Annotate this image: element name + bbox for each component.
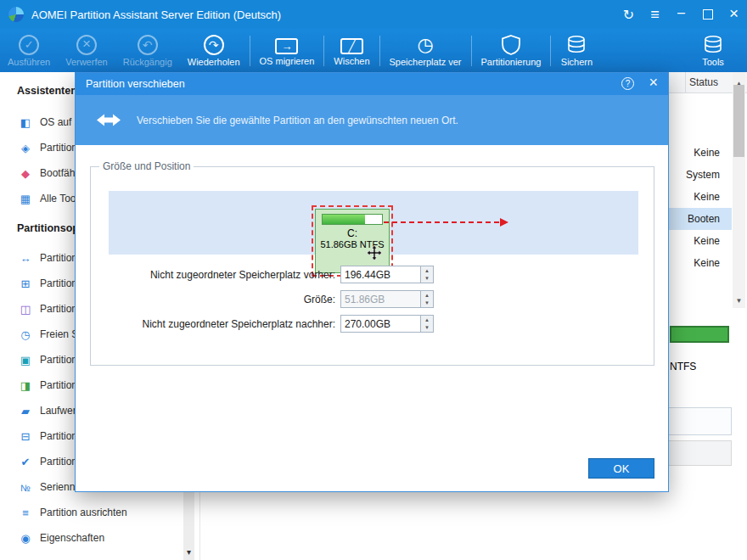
disk-map-partition-bar[interactable] [670, 326, 729, 343]
sidebar-item-label: Alle Tool [40, 193, 78, 204]
scroll-down-icon[interactable] [183, 543, 194, 558]
align-icon [19, 507, 32, 518]
app-logo-icon [8, 7, 24, 22]
bootable-media-icon [19, 168, 32, 179]
drag-direction-arrow [384, 218, 508, 227]
discard-button[interactable]: Verwerfen [58, 29, 115, 72]
help-icon[interactable] [621, 77, 634, 90]
space-before-input[interactable] [341, 266, 420, 283]
backup-disks-icon [566, 34, 587, 55]
wipe-disk-icon [340, 38, 363, 54]
sidebar-item-align-partition[interactable]: Partition ausrichten [0, 500, 199, 525]
discard-icon [76, 35, 97, 55]
sidebar-item-label: Partition [40, 354, 77, 366]
table-scrollbar-thumb[interactable] [733, 85, 744, 157]
sidebar-item-label: Partition [40, 379, 77, 391]
status-cell[interactable]: Keine [694, 147, 720, 159]
delete-icon [19, 431, 32, 442]
toolbar-separator [471, 36, 472, 66]
size-input-wrap [340, 290, 434, 308]
groupbox-title: Größe und Position [99, 160, 194, 172]
close-button[interactable] [721, 0, 747, 29]
spinner-up-icon[interactable] [421, 266, 433, 275]
field-label: Nicht zugeordneter Speicherplatz nachher… [143, 318, 335, 330]
properties-icon [19, 533, 32, 544]
toolbar-separator [323, 36, 324, 66]
partition-usage-bar [322, 214, 383, 225]
spinner-down-icon[interactable] [421, 324, 433, 333]
maximize-button[interactable] [694, 0, 721, 29]
serial-number-icon [19, 482, 32, 493]
window-titlebar: AOMEI Partition Assistant Server Edition… [0, 0, 747, 29]
ok-button[interactable]: OK [588, 458, 654, 479]
size-position-groupbox: Größe und Position C: 51.86GB NTFS [90, 160, 654, 366]
format-icon [19, 380, 32, 391]
spinner-up-icon[interactable] [421, 291, 433, 300]
sidebar-item-label: Partition [40, 430, 77, 442]
migrate-os-icon [275, 38, 298, 54]
status-cell[interactable]: Booten [688, 213, 720, 225]
sidebar-item-label: Bootfähi [40, 167, 77, 179]
apply-check-icon [19, 35, 39, 55]
copy-icon [19, 355, 32, 366]
spinner-down-icon[interactable] [421, 300, 433, 308]
dialog-close-icon[interactable] [649, 74, 658, 92]
dialog-title: Partition verschieben [86, 78, 185, 90]
sidebar-item-label: Partition [40, 252, 77, 264]
move-partition-dialog: Partition verschieben Verschieben Sie di… [75, 72, 669, 492]
all-tools-icon [19, 193, 32, 204]
sidebar-item-label: Partition [40, 303, 77, 315]
status-cell[interactable]: Keine [694, 235, 720, 247]
table-scrollbar[interactable] [733, 72, 745, 308]
apply-button[interactable]: Ausführen [0, 29, 58, 72]
space-after-input-wrap [340, 315, 434, 333]
space-before-input-wrap [340, 266, 434, 283]
merge-icon [19, 278, 32, 289]
dialog-titlebar: Partition verschieben [76, 73, 668, 95]
redo-button[interactable]: Wiederholen [180, 29, 248, 72]
partition-block[interactable]: C: 51.86GB NTFS [315, 209, 390, 273]
toolbar-button-label: Sichern [561, 57, 593, 67]
sidebar-item-label: Partition ausrichten [40, 507, 127, 518]
status-cell[interactable]: Keine [694, 191, 720, 203]
tools-button[interactable]: Tools [689, 29, 737, 72]
backup-button[interactable]: Sichern [553, 29, 600, 72]
dialog-description: Verschieben Sie die gewählte Partition a… [137, 115, 458, 126]
field-row: Nicht zugeordneter Speicherplatz vorher: [91, 266, 654, 284]
menu-icon[interactable] [642, 0, 668, 29]
disk-map-box [668, 440, 732, 466]
status-column-header: Status [689, 76, 718, 88]
toolbar-separator [550, 36, 551, 66]
spinner-down-icon[interactable] [421, 275, 433, 283]
undo-button[interactable]: Rückgängig [115, 29, 180, 72]
status-cell[interactable]: Keine [694, 257, 720, 269]
filesystem-label: NTFS [670, 361, 696, 372]
spinner-up-icon[interactable] [421, 316, 433, 324]
spinner [420, 291, 433, 307]
sidebar-item-label: Partition [40, 142, 77, 154]
size-input [341, 291, 420, 307]
partition-detail: 51.86GB NTFS [316, 239, 389, 249]
disk-map-box [668, 407, 732, 435]
space-after-input[interactable] [341, 316, 420, 332]
wipe-button[interactable]: Wischen [326, 29, 377, 72]
refresh-icon[interactable] [615, 0, 642, 29]
status-cell[interactable]: System [686, 169, 720, 181]
move-arrows-icon [96, 113, 121, 127]
window-controls [615, 0, 747, 29]
sidebar-item-properties[interactable]: Eigenschaften [0, 525, 199, 551]
scroll-down-icon[interactable] [733, 291, 745, 306]
column-divider [685, 72, 686, 93]
spinner [420, 266, 433, 283]
analyze-space-button[interactable]: Speicherplatz ver [382, 29, 469, 72]
redo-icon [204, 35, 224, 55]
dashed-arrow-line [384, 221, 499, 223]
shield-icon [502, 34, 520, 55]
partitioning-button[interactable]: Partitionierung [474, 29, 549, 72]
minimize-button[interactable] [668, 0, 694, 29]
toolbar-button-label: Ausführen [8, 57, 50, 67]
allocate-space-icon [19, 329, 32, 340]
migrate-os-button[interactable]: OS migrieren [252, 29, 323, 72]
partition-usage-fill [323, 215, 365, 224]
field-row: Größe: [91, 290, 654, 309]
